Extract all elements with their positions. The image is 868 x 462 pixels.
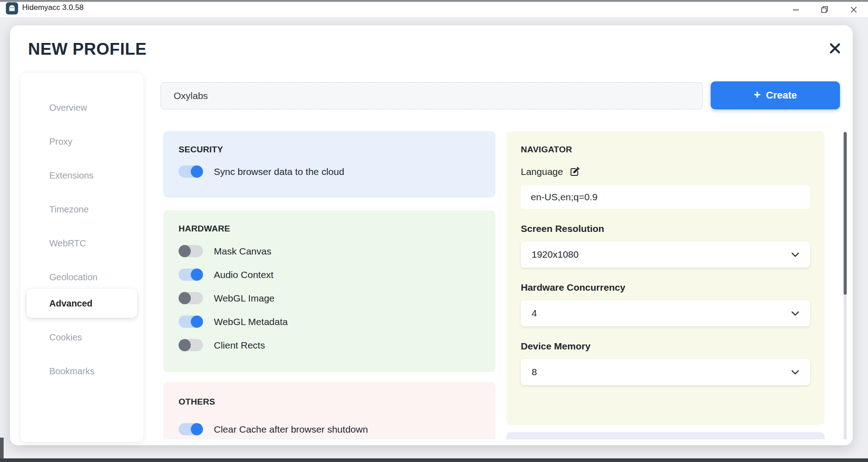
hardware-concurrency-label: Hardware Concurrency xyxy=(521,282,810,293)
toggle-knob xyxy=(191,316,203,328)
sync-browser-data-toggle[interactable] xyxy=(179,165,203,178)
client-rects-toggle[interactable] xyxy=(179,339,203,351)
sidebar-item-cookies[interactable]: Cookies xyxy=(27,323,137,352)
device-memory-select[interactable]: 8 xyxy=(521,359,810,385)
titlebar: Hidemyacc 3.0.58 xyxy=(0,2,868,17)
screen-resolution-label: Screen Resolution xyxy=(521,223,810,234)
others-heading: OTHERS xyxy=(179,397,495,407)
security-toggle-row: Sync browser data to the cloud xyxy=(179,165,495,178)
language-label-row: Language xyxy=(521,166,810,177)
scrollbar-thumb[interactable] xyxy=(844,132,847,295)
toggle-knob xyxy=(191,269,203,281)
page-title: NEW PROFILE xyxy=(28,40,146,59)
toggle-label: Audio Context xyxy=(214,269,274,280)
create-button[interactable]: + Create xyxy=(711,81,840,109)
toggle-knob xyxy=(179,245,191,257)
window-title: Hidemyacc 3.0.58 xyxy=(22,3,84,12)
navigator-heading: NAVIGATOR xyxy=(521,145,810,155)
edit-icon[interactable] xyxy=(569,166,580,177)
navigator-panel: NAVIGATOR Language Screen Resolution 192… xyxy=(506,131,825,425)
sidebar-item-advanced[interactable]: Advanced xyxy=(27,289,137,318)
others-panel: OTHERS Clear Cache after browser shutdow… xyxy=(163,382,495,439)
toggle-knob xyxy=(179,292,191,304)
toggle-knob xyxy=(191,423,203,435)
mask-canvas-toggle[interactable] xyxy=(179,245,203,257)
clear-cache-toggle[interactable] xyxy=(179,423,203,435)
sidebar-item-label: Extensions xyxy=(49,170,94,181)
sidebar-item-label: Advanced xyxy=(49,298,93,309)
others-toggle-row: Clear Cache after browser shutdown xyxy=(179,423,495,435)
sidebar-item-label: WebRTC xyxy=(49,238,86,249)
toggle-label: Clear Cache after browser shutdown xyxy=(214,424,368,435)
hardware-toggle-row: WebGL Metadata xyxy=(179,316,495,328)
security-panel: SECURITY Sync browser data to the cloud xyxy=(163,131,495,198)
minimize-icon[interactable] xyxy=(781,2,810,17)
sidebar-item-overview[interactable]: Overview xyxy=(27,93,137,122)
next-section-peek xyxy=(506,432,825,439)
settings-scroll-area: SECURITY Sync browser data to the cloud … xyxy=(152,120,853,439)
sidebar: Overview Proxy Extensions Timezone WebRT… xyxy=(20,73,143,442)
sidebar-item-label: Cookies xyxy=(49,332,82,343)
dialog-close-icon[interactable] xyxy=(825,38,845,59)
window-bottom-edge xyxy=(0,458,868,462)
toggle-label: Client Rects xyxy=(214,340,265,351)
hardware-concurrency-select[interactable]: 4 xyxy=(521,300,810,326)
toggle-knob xyxy=(191,165,203,178)
chevron-down-icon xyxy=(791,252,799,257)
select-value: 1920x1080 xyxy=(532,249,579,260)
language-input[interactable] xyxy=(521,185,810,209)
chevron-down-icon xyxy=(791,311,799,316)
webgl-metadata-toggle[interactable] xyxy=(179,316,203,328)
security-heading: SECURITY xyxy=(179,145,495,155)
select-value: 8 xyxy=(532,367,537,377)
sidebar-item-webrtc[interactable]: WebRTC xyxy=(27,229,137,258)
sidebar-item-extensions[interactable]: Extensions xyxy=(27,161,137,190)
toggle-label: WebGL Metadata xyxy=(214,316,288,327)
toggle-label: Mask Canvas xyxy=(214,246,271,257)
webgl-image-toggle[interactable] xyxy=(179,292,203,304)
create-button-label: Create xyxy=(766,90,797,101)
plus-icon: + xyxy=(754,88,760,102)
sidebar-item-geolocation[interactable]: Geolocation xyxy=(27,263,137,292)
screen-resolution-select[interactable]: 1920x1080 xyxy=(521,241,810,268)
sidebar-item-timezone[interactable]: Timezone xyxy=(27,195,137,224)
ghost-icon xyxy=(6,2,18,14)
hardware-toggle-row: WebGL Image xyxy=(179,292,495,304)
sidebar-item-label: Geolocation xyxy=(49,272,98,283)
chevron-down-icon xyxy=(791,370,799,375)
device-memory-label: Device Memory xyxy=(521,341,810,352)
hardware-toggle-row: Client Rects xyxy=(179,339,495,351)
sidebar-item-proxy[interactable]: Proxy xyxy=(27,127,137,156)
hardware-toggle-row: Audio Context xyxy=(179,269,495,281)
select-value: 4 xyxy=(532,308,537,319)
hardware-panel: HARDWARE Mask Canvas Audio Context WebGL… xyxy=(163,210,495,372)
toggle-label: Sync browser data to the cloud xyxy=(214,166,344,177)
sidebar-item-label: Timezone xyxy=(49,204,89,215)
restore-icon[interactable] xyxy=(810,2,839,17)
toggle-label: WebGL Image xyxy=(214,293,274,304)
profile-name-input[interactable] xyxy=(160,82,703,109)
language-label: Language xyxy=(521,166,563,177)
close-icon[interactable] xyxy=(839,2,868,17)
sidebar-item-bookmarks[interactable]: Bookmarks xyxy=(27,357,137,386)
hardware-toggle-row: Mask Canvas xyxy=(179,245,495,257)
toggle-knob xyxy=(179,339,191,351)
sidebar-item-label: Proxy xyxy=(49,137,72,147)
sidebar-item-label: Bookmarks xyxy=(49,366,94,377)
hardware-heading: HARDWARE xyxy=(179,224,495,234)
audio-context-toggle[interactable] xyxy=(179,269,203,281)
sidebar-item-label: Overview xyxy=(49,103,87,113)
